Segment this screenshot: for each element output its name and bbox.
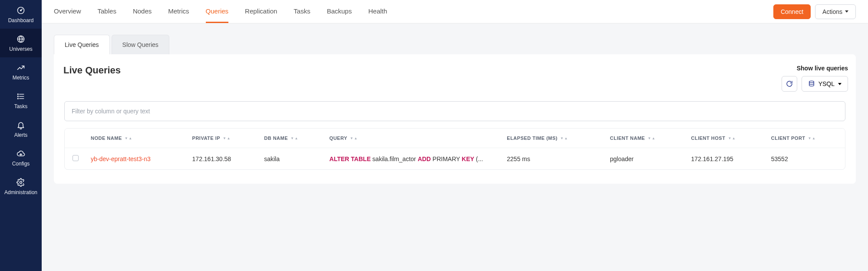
subtab-live-queries[interactable]: Live Queries [54,35,110,54]
actions-label: Actions [822,8,842,15]
sidebar-item-label: Administration [4,189,37,195]
topbar: OverviewTablesNodesMetricsQueriesReplica… [42,0,868,23]
refresh-icon [786,80,793,87]
panel-header-buttons: YSQL [782,76,848,92]
bell-icon [17,121,25,129]
database-icon [808,80,815,87]
table-row: yb-dev-epratt-test3-n3172.161.30.58sakil… [65,148,845,170]
sub-tabs: Live QueriesSlow Queries [54,35,856,54]
globe-icon [17,35,25,43]
sidebar-item-configs[interactable]: Configs [0,143,42,172]
sidebar-item-label: Alerts [14,132,28,138]
queries-table-wrap: NODE NAME▼▲PRIVATE IP▼▲DB NAME▼▲QUERY▼▲E… [64,128,845,170]
svg-point-10 [809,81,814,83]
refresh-button[interactable] [782,76,797,92]
sort-icon: ▼▲ [223,137,231,140]
cell-private-ip: 172.161.30.58 [186,148,258,170]
col-elapsed-time-ms-[interactable]: ELAPSED TIME (MS)▼▲ [501,129,604,148]
cloud-up-icon [17,149,25,158]
tab-replication[interactable]: Replication [245,0,277,23]
actions-dropdown[interactable]: Actions [815,4,856,19]
tab-nodes[interactable]: Nodes [133,0,152,23]
sort-icon: ▼▲ [560,137,568,140]
chevron-down-icon [845,10,848,13]
tab-backups[interactable]: Backups [327,0,352,23]
connect-button[interactable]: Connect [773,4,811,19]
svg-point-8 [18,98,19,99]
sidebar-item-metrics[interactable]: Metrics [0,57,42,86]
sidebar-item-alerts[interactable]: Alerts [0,115,42,143]
sort-icon: ▼▲ [125,137,132,140]
sort-icon: ▼▲ [728,137,736,140]
sidebar-item-label: Dashboard [8,17,34,23]
sidebar-item-tasks[interactable]: Tasks [0,86,42,115]
sidebar-item-dashboard[interactable]: Dashboard [0,0,42,29]
sort-icon: ▼▲ [290,137,298,140]
cell-db-name: sakila [258,148,323,170]
tab-overview[interactable]: Overview [54,0,81,23]
api-select-label: YSQL [818,80,835,87]
subtab-slow-queries[interactable]: Slow Queries [112,35,169,54]
queries-panel: Live Queries Show live queries YSQL [54,54,856,184]
sort-icon: ▼▲ [808,137,816,140]
show-live-queries-label: Show live queries [797,65,848,72]
api-select[interactable]: YSQL [802,76,848,92]
sidebar-item-universes[interactable]: Universes [0,29,42,57]
col-label: NODE NAME [91,136,122,141]
col-query[interactable]: QUERY▼▲ [323,129,501,148]
top-actions: Connect Actions [773,4,856,19]
svg-point-7 [18,96,19,97]
col-label: CLIENT NAME [610,136,645,141]
cell-query: ALTER TABLE sakila.film_actor ADD PRIMAR… [323,148,501,170]
sidebar-item-label: Metrics [13,75,30,81]
tab-tables[interactable]: Tables [98,0,116,23]
tab-health[interactable]: Health [368,0,387,23]
col-node-name[interactable]: NODE NAME▼▲ [85,129,186,148]
filter-input[interactable] [64,101,845,121]
sidebar: DashboardUniversesMetricsTasksAlertsConf… [0,0,42,271]
cell-client-port: 53552 [765,148,845,170]
node-name-link[interactable]: yb-dev-epratt-test3-n3 [91,155,151,162]
col-label: DB NAME [264,136,288,141]
sort-icon: ▼▲ [350,137,358,140]
cell-client-name: pgloader [604,148,685,170]
sidebar-item-administration[interactable]: Administration [0,172,42,201]
panel-header: Live Queries Show live queries YSQL [62,65,848,99]
chevron-down-icon [838,83,842,85]
col-label: PRIVATE IP [192,136,221,141]
content: Live QueriesSlow Queries Live Queries Sh… [42,23,868,271]
panel-title: Live Queries [63,65,121,76]
col-client-port[interactable]: CLIENT PORT▼▲ [765,129,845,148]
top-tabs: OverviewTablesNodesMetricsQueriesReplica… [54,0,387,23]
col-db-name[interactable]: DB NAME▼▲ [258,129,323,148]
sidebar-item-label: Configs [12,161,30,167]
col-label: ELAPSED TIME (MS) [507,136,558,141]
list-icon [17,92,25,101]
gauge-icon [17,6,25,15]
sort-icon: ▼▲ [647,137,655,140]
tab-queries[interactable]: Queries [206,0,229,23]
col-client-name[interactable]: CLIENT NAME▼▲ [604,129,685,148]
queries-table: NODE NAME▼▲PRIVATE IP▼▲DB NAME▼▲QUERY▼▲E… [65,129,845,169]
sidebar-item-label: Tasks [14,103,28,109]
col-label: QUERY [330,136,347,141]
filter-row [62,99,848,123]
col-private-ip[interactable]: PRIVATE IP▼▲ [186,129,258,148]
sidebar-item-label: Universes [9,46,32,52]
svg-point-6 [18,94,19,95]
tab-tasks[interactable]: Tasks [294,0,310,23]
col-client-host[interactable]: CLIENT HOST▼▲ [685,129,765,148]
svg-point-1 [20,10,22,11]
col-label: CLIENT PORT [771,136,805,141]
col-label: CLIENT HOST [691,136,726,141]
svg-point-9 [20,182,22,184]
chart-icon [17,63,25,72]
main-area: OverviewTablesNodesMetricsQueriesReplica… [42,0,868,271]
tab-metrics[interactable]: Metrics [168,0,189,23]
panel-header-right: Show live queries YSQL [782,65,848,92]
row-checkbox[interactable] [73,155,79,161]
gear-icon [17,178,25,187]
cell-elapsed: 2255 ms [501,148,604,170]
cell-client-host: 172.161.27.195 [685,148,765,170]
